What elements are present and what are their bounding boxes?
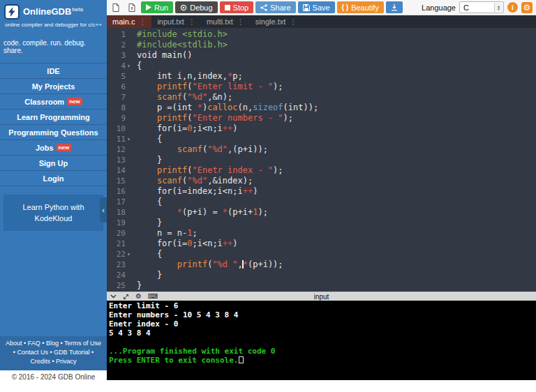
code-text: scanf("%d",&n); (137, 92, 232, 103)
download-button[interactable] (386, 1, 403, 13)
sidebar-item-sign-up[interactable]: Sign Up (0, 156, 107, 171)
bolt-icon (4, 4, 20, 20)
language-select[interactable]: C ▲▼ (459, 1, 504, 13)
tab-bar: main.c⋮input.txt⋮multi.txt⋮single.txt⋮ (107, 15, 536, 28)
sidebar-item-jobs[interactable]: Jobsnew (0, 140, 107, 156)
sidebar-collapse-handle[interactable]: ‹ (100, 197, 107, 223)
tab-label: main.c (112, 17, 135, 26)
sidebar-item-learn-programming[interactable]: Learn Programming (0, 110, 107, 125)
code-line[interactable]: 12 scanf("%d",(p+i)); (107, 144, 536, 155)
code-line[interactable]: 17 { (107, 197, 536, 207)
sidebar: OnlineGDBbeta online compiler and debugg… (0, 0, 107, 392)
code-text: scanf("%d",&index); (137, 176, 253, 186)
code-line[interactable]: 25} (107, 280, 536, 291)
sidebar-item-my-projects[interactable]: My Projects (0, 79, 107, 94)
code-text: p =(int *)calloc(n,sizeof(int)); (137, 103, 318, 113)
beautify-button[interactable]: ( )Beautify (337, 1, 384, 13)
new-badge: new (67, 98, 82, 105)
code-line[interactable]: 16 for(i=index;i<n;i++) (107, 186, 536, 197)
expand-icon[interactable] (123, 294, 129, 300)
footer-link-faq[interactable]: FAQ (28, 340, 40, 347)
code-line[interactable]: 6 printf("Enter limit - "); (107, 82, 536, 92)
open-file-button[interactable] (125, 1, 139, 14)
line-number: 25 (107, 280, 132, 291)
code-text: n = n-1; (137, 228, 198, 239)
footer-link-about[interactable]: About (6, 340, 22, 347)
run-button[interactable]: Run (141, 1, 173, 13)
footer-link-privacy[interactable]: Privacy (56, 358, 77, 365)
footer-link-contact-us[interactable]: Contact Us (17, 349, 48, 356)
code-line[interactable]: 23 printf("%d ",*(p+i)); (107, 259, 536, 270)
code-editor[interactable]: 1#include <stdio.h>2#include<stdlib.h>3v… (107, 28, 536, 292)
help-button[interactable]: i (507, 2, 518, 13)
fold-caret-icon[interactable]: ▾ (126, 134, 132, 144)
tab-menu-icon[interactable]: ⋮ (188, 18, 195, 26)
debug-button[interactable]: Debug (175, 1, 217, 13)
code-text: { (137, 61, 142, 71)
code-line[interactable]: 1#include <stdio.h> (107, 29, 536, 40)
settings-button[interactable]: ⚙ (521, 2, 533, 13)
tab-main-c[interactable]: main.c⋮ (107, 15, 151, 28)
footer-link-terms-of-use[interactable]: Terms of Use (64, 340, 101, 347)
code-line[interactable]: 9 printf("Enter numbers - "); (107, 113, 536, 123)
new-badge: new (57, 144, 72, 151)
footer-link-credits[interactable]: Credits (30, 358, 50, 365)
sidebar-item-programming-questions[interactable]: Programming Questions (0, 125, 107, 140)
code-line[interactable]: 2#include<stdlib.h> (107, 40, 536, 50)
code-line[interactable]: 8 p =(int *)calloc(n,sizeof(int)); (107, 103, 536, 113)
save-button[interactable]: Save (298, 1, 335, 13)
tab-multi-txt[interactable]: multi.txt⋮ (201, 15, 250, 28)
share-button[interactable]: Share (255, 1, 295, 13)
code-line[interactable]: 14 printf("Enetr index - "); (107, 165, 536, 176)
tab-input-txt[interactable]: input.txt⋮ (151, 15, 201, 28)
code-line[interactable]: 3void main() (107, 50, 536, 61)
code-text: for(i=0;i<n;i++) (137, 239, 238, 249)
logo[interactable]: OnlineGDBbeta (0, 0, 107, 21)
code-line[interactable]: 13 } (107, 155, 536, 165)
code-line[interactable]: 24 } (107, 270, 536, 280)
fold-caret-icon[interactable]: ▾ (126, 249, 132, 259)
line-number: 14 (107, 165, 132, 176)
code-line[interactable]: 21 for(i=0;i<n;i++) (107, 239, 536, 249)
tab-single-txt[interactable]: single.txt⋮ (250, 15, 302, 28)
fold-caret-icon[interactable]: ▾ (126, 61, 132, 71)
sidebar-item-label: Programming Questions (8, 128, 98, 137)
stop-button[interactable]: Stop (220, 1, 254, 13)
code-line[interactable]: 5 int i,n,index,*p; (107, 71, 536, 82)
line-number: 13 (107, 155, 132, 165)
sidebar-item-label: Learn Programming (17, 113, 90, 121)
keyboard-icon[interactable]: ⌨ (148, 293, 158, 300)
button-label: Stop (233, 3, 249, 12)
tab-menu-icon[interactable]: ⋮ (139, 18, 146, 26)
console-header: ⚙ ⌨ input (107, 292, 536, 301)
sidebar-item-ide[interactable]: IDE (0, 63, 107, 79)
code-line[interactable]: 11▾ { (107, 134, 536, 144)
tab-menu-icon[interactable]: ⋮ (237, 18, 244, 26)
footer-link-gdb-tutorial[interactable]: GDB Tutorial (54, 349, 90, 356)
sidebar-item-label: My Projects (32, 82, 75, 91)
code-line[interactable]: 22▾ { (107, 249, 536, 259)
language-value: C (463, 3, 469, 12)
new-file-button[interactable] (109, 1, 123, 14)
console-gear-icon[interactable]: ⚙ (135, 293, 142, 300)
tab-menu-icon[interactable]: ⋮ (290, 18, 297, 26)
code-line[interactable]: 15 scanf("%d",&index); (107, 176, 536, 186)
code-line[interactable]: 4▾{ (107, 61, 536, 71)
kodekloud-ad[interactable]: Learn Python with KodeKloud (3, 195, 103, 231)
footer-link-blog[interactable]: Blog (46, 340, 59, 347)
select-spinner-icon[interactable]: ▲▼ (494, 3, 502, 12)
logo-text: OnlineGDBbeta (23, 6, 83, 17)
line-number: 22▾ (107, 249, 132, 259)
code-line[interactable]: 7 scanf("%d",&n); (107, 92, 536, 103)
code-line[interactable]: 19 } (107, 218, 536, 228)
sidebar-item-classroom[interactable]: Classroomnew (0, 94, 107, 110)
code-line[interactable]: 20 n = n-1; (107, 228, 536, 239)
chevron-down-icon[interactable] (110, 294, 117, 299)
line-number: 19 (107, 218, 132, 228)
sidebar-item-login[interactable]: Login (0, 171, 107, 186)
console-output[interactable]: Enter limit - 6Enter numbers - 10 5 4 3 … (107, 301, 536, 380)
code-line[interactable]: 18 *(p+i) = *(p+i+1); (107, 207, 536, 218)
code-line[interactable]: 10 for(i=0;i<n;i++) (107, 123, 536, 134)
console-title: input (107, 293, 536, 301)
spinner-down-icon: ▼ (497, 8, 500, 10)
